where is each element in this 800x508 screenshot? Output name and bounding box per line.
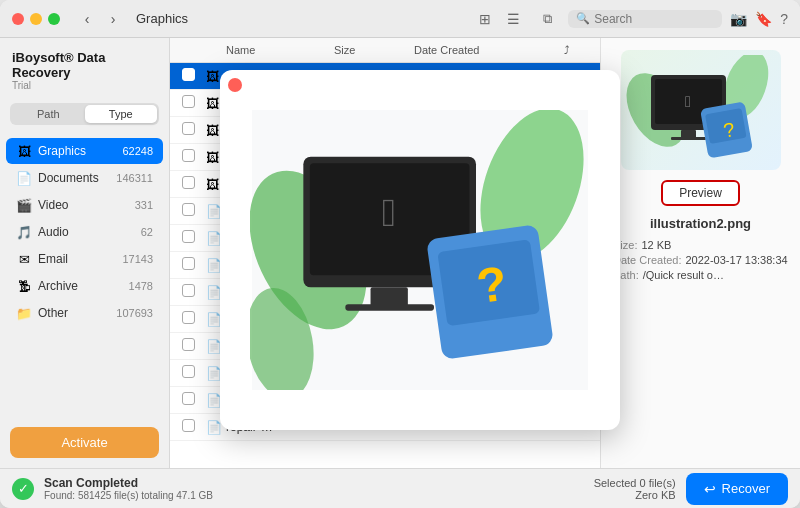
audio-count: 62 bbox=[141, 226, 153, 238]
preview-filename: illustration2.png bbox=[650, 216, 751, 231]
overlay-svg:  ? bbox=[250, 110, 590, 390]
sidebar-items: 🖼 Graphics 62248 📄 Documents 146311 🎬 Vi… bbox=[0, 133, 169, 417]
file-checkbox[interactable] bbox=[182, 203, 206, 219]
sidebar: iBoysoft® Data Recovery Trial Path Type … bbox=[0, 38, 170, 468]
archive-count: 1478 bbox=[129, 280, 153, 292]
other-label: Other bbox=[38, 306, 116, 320]
email-count: 17143 bbox=[122, 253, 153, 265]
nav-buttons: ‹ › bbox=[76, 8, 124, 30]
header-export: ⤴ bbox=[564, 44, 588, 56]
documents-label: Documents bbox=[38, 171, 116, 185]
camera-icon-button[interactable]: 📷 bbox=[730, 11, 747, 27]
audio-label: Audio bbox=[38, 225, 141, 239]
sidebar-item-email[interactable]: ✉ Email 17143 bbox=[6, 246, 163, 272]
search-icon: 🔍 bbox=[576, 12, 590, 25]
preview-size-row: Size: 12 KB bbox=[613, 239, 788, 251]
svg-text::  bbox=[685, 93, 691, 110]
search-box: 🔍 bbox=[568, 10, 722, 28]
overlay-image:  ? bbox=[240, 100, 600, 400]
file-checkbox[interactable] bbox=[182, 149, 206, 165]
date-label: Date Created: bbox=[613, 254, 681, 266]
file-checkbox[interactable] bbox=[182, 284, 206, 300]
size-value: 12 KB bbox=[641, 239, 671, 251]
sidebar-tabs: Path Type bbox=[10, 103, 159, 125]
preview-button[interactable]: Preview bbox=[661, 180, 740, 206]
activate-button[interactable]: Activate bbox=[10, 427, 159, 458]
svg-rect-6 bbox=[671, 137, 706, 140]
file-checkbox[interactable] bbox=[182, 122, 206, 138]
video-icon: 🎬 bbox=[16, 197, 32, 213]
svg-rect-17 bbox=[371, 287, 408, 306]
sidebar-item-archive[interactable]: 🗜 Archive 1478 bbox=[6, 273, 163, 299]
svg-rect-5 bbox=[681, 130, 696, 138]
graphics-count: 62248 bbox=[122, 145, 153, 157]
sidebar-item-graphics[interactable]: 🖼 Graphics 62248 bbox=[6, 138, 163, 164]
email-label: Email bbox=[38, 252, 122, 266]
search-input[interactable] bbox=[594, 12, 714, 26]
preview-thumbnail:  ? bbox=[621, 50, 781, 170]
selected-files: Selected 0 file(s) bbox=[594, 477, 676, 489]
file-checkbox[interactable] bbox=[182, 419, 206, 435]
file-checkbox[interactable] bbox=[182, 365, 206, 381]
audio-icon: 🎵 bbox=[16, 224, 32, 240]
preview-date-row: Date Created: 2022-03-17 13:38:34 bbox=[613, 254, 788, 266]
sidebar-item-other[interactable]: 📁 Other 107693 bbox=[6, 300, 163, 326]
date-value: 2022-03-17 13:38:34 bbox=[685, 254, 787, 266]
view-toggle: ⊞ ☰ bbox=[472, 8, 526, 30]
path-value: /Quick result o… bbox=[643, 269, 724, 281]
tab-type[interactable]: Type bbox=[85, 105, 158, 123]
bookmark-icon-button[interactable]: 🔖 bbox=[755, 11, 772, 27]
archive-label: Archive bbox=[38, 279, 129, 293]
app-name: iBoysoft® Data Recovery bbox=[12, 50, 157, 80]
file-checkbox[interactable] bbox=[182, 68, 206, 84]
file-checkbox[interactable] bbox=[182, 392, 206, 408]
file-checkbox[interactable] bbox=[182, 311, 206, 327]
filter-button[interactable]: ⧉ bbox=[534, 8, 560, 30]
file-checkbox[interactable] bbox=[182, 95, 206, 111]
recover-icon: ↩ bbox=[704, 481, 716, 497]
graphics-label: Graphics bbox=[38, 144, 122, 158]
window-title: Graphics bbox=[136, 11, 188, 26]
video-label: Video bbox=[38, 198, 135, 212]
titlebar-right: ⊞ ☰ ⧉ 🔍 📷 🔖 ? bbox=[472, 8, 788, 30]
preview-meta: Size: 12 KB Date Created: 2022-03-17 13:… bbox=[613, 239, 788, 284]
app-trial: Trial bbox=[12, 80, 157, 91]
back-button[interactable]: ‹ bbox=[76, 8, 98, 30]
app-window: ‹ › Graphics ⊞ ☰ ⧉ 🔍 📷 🔖 ? iBoys bbox=[0, 0, 800, 508]
scan-detail: Found: 581425 file(s) totaling 47.1 GB bbox=[44, 490, 213, 501]
tab-path[interactable]: Path bbox=[12, 105, 85, 123]
list-view-button[interactable]: ☰ bbox=[500, 8, 526, 30]
preview-path-row: Path: /Quick result o… bbox=[613, 269, 788, 281]
maximize-button[interactable] bbox=[48, 13, 60, 25]
file-checkbox[interactable] bbox=[182, 257, 206, 273]
recover-label: Recover bbox=[722, 481, 770, 496]
file-checkbox[interactable] bbox=[182, 176, 206, 192]
close-button[interactable] bbox=[12, 13, 24, 25]
email-icon: ✉ bbox=[16, 251, 32, 267]
help-icon-button[interactable]: ? bbox=[780, 11, 788, 27]
bottom-bar: ✓ Scan Completed Found: 581425 file(s) t… bbox=[0, 468, 800, 508]
selected-size: Zero KB bbox=[594, 489, 676, 501]
other-icon: 📁 bbox=[16, 305, 32, 321]
svg-text::  bbox=[382, 191, 396, 234]
graphics-icon: 🖼 bbox=[16, 143, 32, 159]
file-checkbox[interactable] bbox=[182, 230, 206, 246]
recover-button[interactable]: ↩ Recover bbox=[686, 473, 788, 505]
sidebar-item-audio[interactable]: 🎵 Audio 62 bbox=[6, 219, 163, 245]
grid-view-button[interactable]: ⊞ bbox=[472, 8, 498, 30]
documents-count: 146311 bbox=[116, 172, 153, 184]
scan-info: Scan Completed Found: 581425 file(s) tot… bbox=[44, 476, 213, 501]
file-checkbox[interactable] bbox=[182, 338, 206, 354]
forward-button[interactable]: › bbox=[102, 8, 124, 30]
table-header: Name Size Date Created ⤴ bbox=[170, 38, 600, 63]
minimize-button[interactable] bbox=[30, 13, 42, 25]
header-name: Name bbox=[226, 44, 334, 56]
sidebar-header: iBoysoft® Data Recovery Trial bbox=[0, 38, 169, 95]
sidebar-item-video[interactable]: 🎬 Video 331 bbox=[6, 192, 163, 218]
sidebar-item-documents[interactable]: 📄 Documents 146311 bbox=[6, 165, 163, 191]
preview-image:  ? bbox=[626, 55, 776, 165]
titlebar: ‹ › Graphics ⊞ ☰ ⧉ 🔍 📷 🔖 ? bbox=[0, 0, 800, 38]
other-count: 107693 bbox=[116, 307, 153, 319]
overlay-close-button[interactable] bbox=[228, 78, 242, 92]
documents-icon: 📄 bbox=[16, 170, 32, 186]
